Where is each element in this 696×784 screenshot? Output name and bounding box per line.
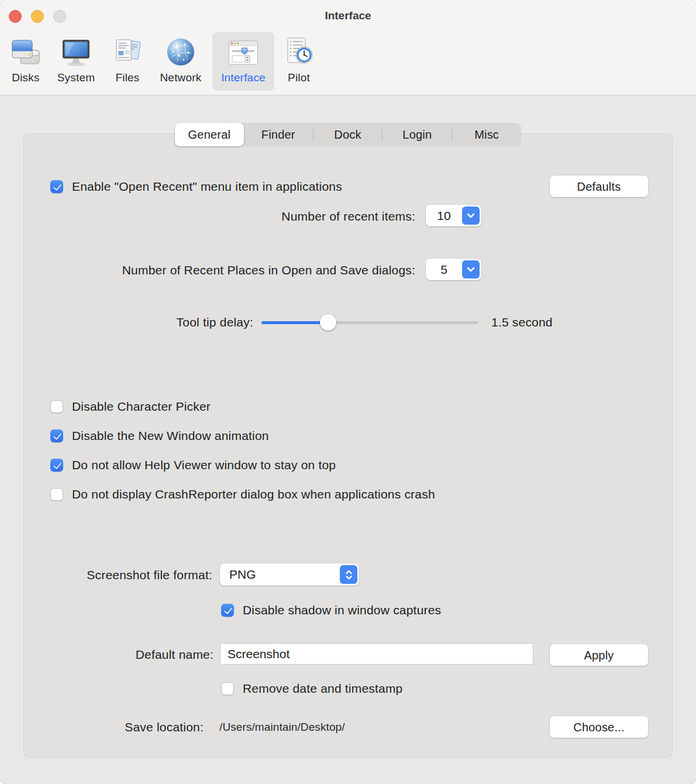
window-controls-icon <box>225 34 261 70</box>
app-window: Interface Disks <box>0 0 696 784</box>
open-recent-row: Enable "Open Recent" menu item in applic… <box>50 180 342 194</box>
globe-icon <box>163 34 199 70</box>
title-bar: Interface <box>0 0 696 29</box>
save-location-path: /Users/maintain/Desktop/ <box>219 716 345 738</box>
character-picker-row: Disable Character Picker <box>50 400 211 414</box>
recent-places-label: Number of Recent Places in Open and Save… <box>50 259 415 281</box>
checkbox-label: Do not display CrashReporter dialog box … <box>72 487 435 501</box>
chevron-down-icon[interactable] <box>462 207 480 225</box>
toolbar-item-label: Pilot <box>288 71 310 84</box>
window-animation-row: Disable the New Window animation <box>50 429 269 443</box>
disable-shadow-checkbox[interactable] <box>221 604 234 617</box>
recent-items-label: Number of recent items: <box>175 205 415 227</box>
tab-login[interactable]: Login <box>383 123 452 146</box>
recent-places-value: 5 <box>426 263 462 277</box>
toolbar-item-system[interactable]: System <box>54 32 98 91</box>
crash-reporter-checkbox[interactable] <box>50 488 63 501</box>
open-recent-checkbox[interactable] <box>50 180 63 193</box>
help-viewer-checkbox[interactable] <box>50 459 63 472</box>
disable-shadow-row: Disable shadow in window captures <box>221 603 441 617</box>
window-animation-checkbox[interactable] <box>50 429 63 442</box>
toolbar-item-pilot[interactable]: Pilot <box>278 32 319 91</box>
window-title: Interface <box>0 0 696 29</box>
slider-thumb[interactable] <box>320 314 336 331</box>
tab-bar: General Finder Dock Login Misc <box>175 123 521 146</box>
toolbar-item-disks[interactable]: Disks <box>5 32 47 91</box>
default-name-label: Default name: <box>97 644 213 665</box>
clock-document-icon <box>281 34 317 70</box>
character-picker-checkbox[interactable] <box>50 400 63 413</box>
screenshot-format-popup[interactable]: PNG <box>220 563 359 586</box>
toolbar-item-label: System <box>57 71 95 84</box>
toolbar: Disks System <box>0 29 696 95</box>
toolbar-item-label: Files <box>115 71 139 84</box>
toolbar-item-interface[interactable]: Interface <box>212 32 274 91</box>
toolbar-item-label: Interface <box>221 71 266 84</box>
tab-finder[interactable]: Finder <box>244 123 313 146</box>
toolbar-item-label: Network <box>160 71 201 84</box>
save-location-label: Save location: <box>87 716 204 738</box>
choose-button[interactable]: Choose... <box>550 716 648 738</box>
default-name-field[interactable] <box>220 643 533 665</box>
toolbar-item-files[interactable]: Files <box>109 32 146 91</box>
checkbox-label: Do not allow Help Viewer window to stay … <box>72 458 336 472</box>
recent-items-combobox[interactable]: 10 <box>426 205 481 226</box>
checkbox-label: Disable the New Window animation <box>72 429 269 443</box>
chevron-up-down-icon[interactable] <box>340 565 357 584</box>
screenshot-format-label: Screenshot file format: <box>50 564 212 586</box>
recent-items-value: 10 <box>426 209 462 223</box>
tab-misc[interactable]: Misc <box>452 123 521 146</box>
remove-timestamp-row: Remove date and timestamp <box>221 682 402 696</box>
tab-general[interactable]: General <box>175 123 244 146</box>
monitor-icon <box>58 34 94 70</box>
toolbar-item-label: Disks <box>12 71 39 84</box>
remove-timestamp-checkbox[interactable] <box>221 682 234 695</box>
chevron-down-icon[interactable] <box>462 260 480 278</box>
toolbar-item-network[interactable]: Network <box>154 32 208 91</box>
defaults-button[interactable]: Defaults <box>550 176 648 197</box>
checkbox-label: Disable Character Picker <box>72 400 211 414</box>
apply-button[interactable]: Apply <box>550 644 648 666</box>
disable-shadow-label: Disable shadow in window captures <box>243 603 441 617</box>
remove-timestamp-label: Remove date and timestamp <box>243 682 402 696</box>
tooltip-delay-label: Tool tip delay: <box>136 311 253 333</box>
screenshot-format-value: PNG <box>220 568 340 582</box>
crash-reporter-row: Do not display CrashReporter dialog box … <box>50 487 435 501</box>
tooltip-delay-slider[interactable] <box>261 314 478 331</box>
open-recent-label: Enable "Open Recent" menu item in applic… <box>72 180 342 194</box>
tab-dock[interactable]: Dock <box>313 123 383 146</box>
recent-places-combobox[interactable]: 5 <box>426 259 481 280</box>
help-viewer-row: Do not allow Help Viewer window to stay … <box>50 458 336 472</box>
hard-disks-icon <box>8 34 44 70</box>
tooltip-delay-value: 1.5 second <box>491 311 608 333</box>
slider-fill <box>261 321 328 324</box>
documents-icon <box>109 34 146 70</box>
